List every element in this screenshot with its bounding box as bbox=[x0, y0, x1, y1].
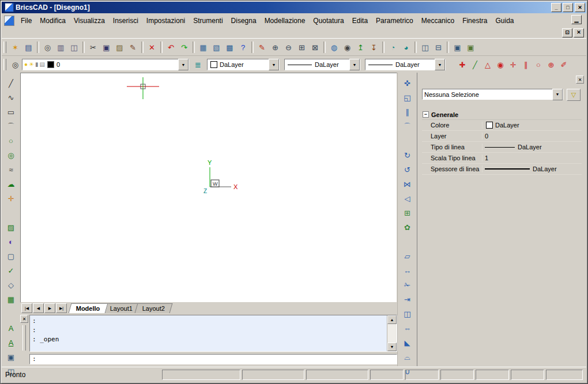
match-properties-icon[interactable]: ✎ bbox=[126, 41, 140, 54]
maximize-button[interactable]: □ bbox=[563, 3, 573, 12]
undo-icon[interactable]: ↶ bbox=[164, 41, 178, 54]
mirror-icon[interactable]: ⋈ bbox=[400, 177, 415, 191]
app-icon[interactable] bbox=[5, 3, 14, 12]
extend-icon[interactable]: ⇥ bbox=[400, 292, 415, 307]
selection-dropdown[interactable]: Nessuna Selezione ▼ bbox=[422, 89, 563, 100]
orbit-icon[interactable]: ◔ bbox=[386, 41, 399, 54]
command-close-button[interactable]: ✕ bbox=[20, 315, 28, 323]
tab-modello[interactable]: Modello bbox=[69, 303, 108, 313]
rotate-icon[interactable]: ↻ bbox=[400, 148, 415, 163]
line-icon[interactable]: ╱ bbox=[3, 76, 18, 91]
toolbar-grip[interactable] bbox=[3, 42, 6, 53]
scroll-up-icon[interactable]: ▲ bbox=[387, 315, 397, 324]
edit-entity-icon[interactable]: ✎ bbox=[255, 41, 269, 54]
status-cell[interactable] bbox=[162, 370, 240, 380]
text-icon[interactable]: A bbox=[3, 321, 18, 336]
properties-filter-button[interactable]: ▽ bbox=[567, 89, 581, 101]
spline-icon[interactable]: ≈ bbox=[3, 163, 18, 177]
tab-prev-button[interactable]: ◀ bbox=[33, 303, 44, 313]
command-scrollbar[interactable]: ▲ ▼ bbox=[387, 315, 397, 351]
export-icon[interactable]: ↧ bbox=[367, 41, 380, 54]
preview-icon[interactable]: ◎ bbox=[41, 41, 54, 54]
prop-color-value[interactable]: DaLayer bbox=[483, 122, 582, 129]
web-icon[interactable]: ◍ bbox=[327, 41, 341, 54]
table-icon[interactable]: ▦ bbox=[3, 292, 18, 307]
polar-array-icon[interactable]: ✿ bbox=[400, 220, 415, 235]
help-icon[interactable]: ? bbox=[236, 41, 250, 54]
menu-item[interactable]: Visualizza bbox=[70, 16, 109, 26]
copy-icon[interactable]: ▣ bbox=[100, 41, 113, 54]
command-grip[interactable] bbox=[22, 325, 26, 351]
rectangle-icon[interactable]: ▭ bbox=[3, 105, 18, 119]
copy-view-icon[interactable]: ▣ bbox=[451, 41, 464, 54]
donut-icon[interactable]: ◎ bbox=[3, 148, 18, 163]
menu-item[interactable]: Impostazioni bbox=[142, 16, 189, 26]
new-icon[interactable]: ✶ bbox=[9, 41, 22, 54]
array-icon[interactable]: ⊞ bbox=[400, 206, 415, 220]
chevron-down-icon[interactable]: ▼ bbox=[552, 89, 563, 100]
scrollbar-track[interactable] bbox=[387, 324, 397, 342]
chevron-down-icon[interactable]: ▼ bbox=[349, 59, 360, 70]
tile-vertical-icon[interactable]: ⊟ bbox=[432, 41, 445, 54]
chevron-down-icon[interactable]: ▼ bbox=[269, 59, 279, 70]
redo-icon[interactable]: ↷ bbox=[178, 41, 191, 54]
attributes-icon[interactable]: ▩ bbox=[223, 41, 236, 54]
zoom-in-icon[interactable]: ⊕ bbox=[269, 41, 282, 54]
document-restore-button[interactable]: ⊡ bbox=[562, 28, 572, 37]
zoom-window-icon[interactable]: ⊞ bbox=[295, 41, 308, 54]
insert-block-icon[interactable]: ▣ bbox=[3, 350, 18, 364]
prop-linetype-scale-value[interactable]: 1 bbox=[483, 155, 582, 161]
command-input[interactable]: : bbox=[29, 354, 397, 364]
minimize-button[interactable]: _ bbox=[551, 3, 561, 12]
menu-item[interactable]: Modellazione bbox=[261, 16, 310, 26]
menu-item[interactable]: Guida bbox=[491, 16, 518, 26]
status-cell[interactable] bbox=[306, 370, 368, 380]
print-icon[interactable]: ▥ bbox=[54, 41, 67, 54]
status-cell[interactable] bbox=[370, 370, 404, 380]
erase-icon[interactable]: ✕ bbox=[145, 41, 159, 54]
color-dropdown[interactable]: DaLayer ▼ bbox=[207, 59, 280, 70]
zoom-out-icon[interactable]: ⊖ bbox=[282, 41, 295, 54]
print-preview-icon[interactable]: ◫ bbox=[67, 41, 81, 54]
menu-item[interactable]: Meccanico bbox=[417, 16, 458, 26]
status-cell[interactable] bbox=[242, 370, 304, 380]
save-icon[interactable]: ▤ bbox=[22, 41, 35, 54]
scroll-down-icon[interactable]: ▼ bbox=[387, 342, 397, 351]
snap-center-icon[interactable]: ◉ bbox=[494, 58, 507, 71]
tab-first-button[interactable]: |◀ bbox=[21, 303, 32, 313]
menu-item[interactable]: File bbox=[17, 16, 36, 26]
tab-last-button[interactable]: ▶| bbox=[56, 303, 67, 313]
prop-linetype-value[interactable]: DaLayer bbox=[483, 144, 582, 150]
sheet-set-icon[interactable]: ▧ bbox=[210, 41, 223, 54]
chevron-down-icon[interactable]: ▼ bbox=[178, 59, 189, 70]
chamfer-icon[interactable]: ◣ bbox=[400, 336, 415, 350]
snap-endpoint-icon[interactable]: ✚ bbox=[456, 58, 469, 71]
edit-arc-icon[interactable]: ⌓ bbox=[400, 350, 415, 364]
explore-layers-button[interactable]: ◎ bbox=[9, 58, 22, 71]
menu-item[interactable]: Disegna bbox=[227, 16, 261, 26]
revision-cloud-icon[interactable]: ☁ bbox=[3, 177, 18, 191]
stretch-icon[interactable]: ↔ bbox=[400, 263, 415, 278]
document-minimize-button[interactable]: ▁ bbox=[571, 15, 582, 24]
prop-lineweight-value[interactable]: DaLayer bbox=[483, 165, 582, 172]
menu-item[interactable]: Strumenti bbox=[189, 16, 227, 26]
move-icon[interactable]: ✜ bbox=[400, 76, 415, 91]
properties-close-button[interactable]: ✕ bbox=[576, 76, 584, 84]
status-cell[interactable] bbox=[476, 370, 509, 380]
tab-layout2[interactable]: Layout2 bbox=[134, 303, 172, 313]
region-icon[interactable]: ✓ bbox=[3, 263, 18, 278]
break-icon[interactable]: ◫ bbox=[400, 307, 415, 321]
layer-dropdown[interactable]: ● ☀ ▮ ▤ 0 ▼ bbox=[22, 59, 189, 70]
zoom-extents-icon[interactable]: ⊠ bbox=[308, 41, 322, 54]
render-icon[interactable]: ◕ bbox=[399, 41, 413, 54]
fillet-icon[interactable]: ⌒ bbox=[400, 119, 415, 134]
status-cell[interactable] bbox=[511, 370, 544, 380]
lineweight-dropdown[interactable]: DaLayer ▼ bbox=[365, 59, 446, 70]
status-cell[interactable] bbox=[405, 370, 439, 380]
lengthen-icon[interactable]: ⇔ bbox=[400, 321, 415, 336]
snap-tangent-icon[interactable]: ○ bbox=[532, 58, 545, 71]
copy-entity-icon[interactable]: ◱ bbox=[400, 91, 415, 105]
snap-point-icon[interactable]: ✛ bbox=[507, 58, 519, 71]
command-history[interactable]: : : : _open ▲ ▼ bbox=[29, 315, 397, 352]
hatch-icon[interactable]: ▨ bbox=[3, 220, 18, 235]
